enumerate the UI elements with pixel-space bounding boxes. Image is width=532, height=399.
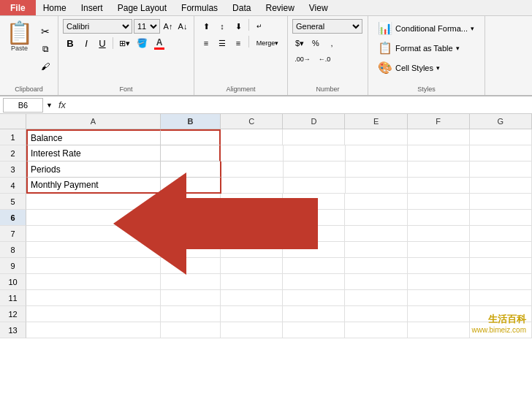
cell-f11[interactable] [408,290,470,306]
cell-e9[interactable] [345,258,407,274]
increase-font-button[interactable]: A↑ [162,20,175,33]
cell-a4[interactable]: Monthly Payment [26,178,161,194]
cell-a6[interactable] [26,210,161,226]
comma-button[interactable]: , [324,36,339,50]
cell-b2[interactable] [161,145,221,162]
underline-button[interactable]: U [95,36,110,50]
align-middle-button[interactable]: ↕ [215,19,229,34]
cell-e13[interactable] [345,322,407,338]
cell-d6[interactable] [283,210,345,226]
col-header-e[interactable]: E [345,114,407,129]
currency-button[interactable]: $▾ [292,36,307,50]
cell-e2[interactable] [346,145,408,162]
menu-insert[interactable]: Insert [74,0,110,15]
col-header-g[interactable]: G [470,114,532,129]
cell-a8[interactable] [26,242,161,258]
cell-g12[interactable] [470,306,532,322]
cell-a12[interactable] [26,306,161,322]
cell-b3[interactable] [161,162,221,178]
cell-d8[interactable] [283,242,345,258]
cell-b8[interactable] [161,242,221,258]
cell-f8[interactable] [408,242,470,258]
cell-d9[interactable] [283,258,345,274]
cell-a2[interactable]: Interest Rate [26,145,161,162]
copy-button[interactable]: ⧉ [37,41,53,57]
cell-e6[interactable] [345,210,407,226]
fill-color-button[interactable]: 🪣 [134,36,150,50]
menu-home[interactable]: Home [36,0,74,15]
italic-button[interactable]: I [79,36,94,50]
cell-g9[interactable] [470,258,532,274]
cell-b5[interactable] [161,194,221,210]
cell-styles-button[interactable]: 🎨 Cell Styles ▾ [374,58,479,77]
align-top-button[interactable]: ⬆ [199,19,213,34]
cell-g13[interactable] [470,322,532,338]
cell-c10[interactable] [221,274,283,290]
cell-c2[interactable] [221,145,283,162]
menu-view[interactable]: View [302,0,335,15]
cell-b10[interactable] [161,274,221,290]
cell-d2[interactable] [284,145,346,162]
cell-e7[interactable] [345,226,407,242]
cell-a3[interactable]: Periods [26,162,161,178]
col-header-c[interactable]: C [221,114,283,129]
cell-d1[interactable] [283,129,345,145]
cell-d11[interactable] [283,290,345,306]
cell-b11[interactable] [161,290,221,306]
cell-g8[interactable] [470,242,532,258]
paste-button[interactable]: 📋 Paste [4,19,34,53]
cell-a10[interactable] [26,274,161,290]
cell-g4[interactable] [470,178,532,194]
col-header-a[interactable]: A [26,114,161,129]
cell-e10[interactable] [345,274,407,290]
cell-a9[interactable] [26,258,161,274]
cell-e12[interactable] [345,306,407,322]
cell-c8[interactable] [221,242,283,258]
cell-f13[interactable] [408,322,470,338]
cell-f9[interactable] [408,258,470,274]
cell-e5[interactable] [345,194,407,210]
cell-f2[interactable] [408,145,470,162]
cell-b9[interactable] [161,258,221,274]
cell-c13[interactable] [221,322,283,338]
menu-formulas[interactable]: Formulas [174,0,225,15]
cell-f4[interactable] [408,178,470,194]
cell-c7[interactable] [221,226,283,242]
menu-page-layout[interactable]: Page Layout [110,0,174,15]
menu-data[interactable]: Data [225,0,258,15]
cell-c9[interactable] [221,258,283,274]
cell-g11[interactable] [470,290,532,306]
cell-e3[interactable] [346,162,408,178]
align-left-button[interactable]: ≡ [199,36,213,50]
dropdown-arrow-icon[interactable]: ▼ [46,102,53,109]
menu-review[interactable]: Review [258,0,301,15]
cell-f7[interactable] [408,226,470,242]
cell-g6[interactable] [470,210,532,226]
cell-a11[interactable] [26,290,161,306]
font-name-select[interactable]: Calibri [63,19,132,34]
cell-g10[interactable] [470,274,532,290]
cell-f1[interactable] [408,129,470,145]
cell-c12[interactable] [221,306,283,322]
cell-f12[interactable] [408,306,470,322]
cell-b12[interactable] [161,306,221,322]
col-header-b[interactable]: B [161,114,221,129]
format-as-table-button[interactable]: 📋 Format as Table ▾ [374,39,479,57]
cell-f3[interactable] [408,162,470,178]
border-button[interactable]: ⊞▾ [116,36,132,50]
format-painter-button[interactable]: 🖌 [37,58,53,75]
cell-d7[interactable] [283,226,345,242]
cell-b6[interactable] [161,210,221,226]
cell-d4[interactable] [284,178,346,194]
cell-e8[interactable] [345,242,407,258]
cut-button[interactable]: ✂ [37,23,53,39]
cell-g3[interactable] [470,162,532,178]
decrease-font-button[interactable]: A↓ [176,20,189,33]
cell-d5[interactable] [283,194,345,210]
cell-c3[interactable] [221,162,284,178]
formula-input[interactable] [72,98,529,113]
cell-g7[interactable] [470,226,532,242]
cell-b13[interactable] [161,322,221,338]
file-button[interactable]: File [0,0,36,15]
cell-c11[interactable] [221,290,283,306]
